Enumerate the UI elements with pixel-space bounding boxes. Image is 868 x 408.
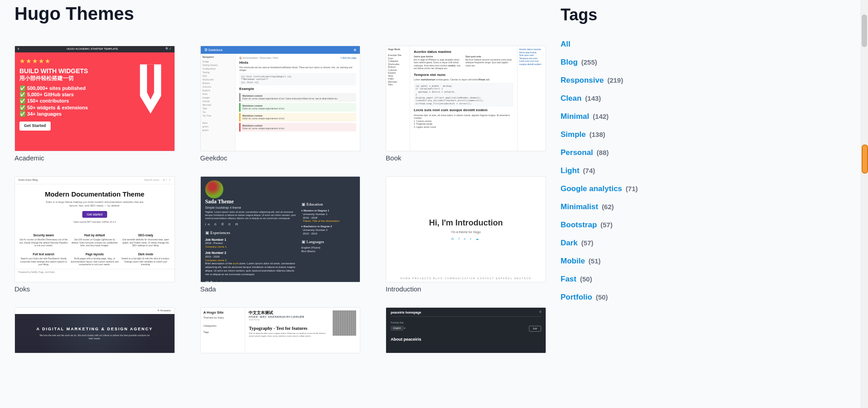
social-icons: ✉ f ⎋ t ☁ xyxy=(451,237,481,241)
tag-item[interactable]: Fast(50) xyxy=(561,270,685,288)
theme-name: Sada xyxy=(200,285,361,293)
post-image xyxy=(333,310,356,336)
tag-name: Light xyxy=(561,166,580,175)
tag-count: (255) xyxy=(581,58,597,66)
theme-thumbnail: Hi, I'm Introduction I'm a theme for Hug… xyxy=(386,176,546,282)
thumb-brand: ✈ Airspace xyxy=(157,309,171,313)
tag-item[interactable]: Responsive(219) xyxy=(561,71,685,89)
tag-count: (57) xyxy=(581,239,594,247)
theme-thumbnail: ⦿ Geekdocs ⚙ Navigation UsageGetting Sta… xyxy=(200,46,361,151)
tag-item[interactable]: Minimal(142) xyxy=(561,108,685,126)
theme-card-diary[interactable]: A Hugo Site Themed by Diary. Categories … xyxy=(200,307,361,353)
tag-count: (50) xyxy=(580,275,592,283)
tag-item[interactable]: Personal(88) xyxy=(561,144,685,162)
theme-card-sada[interactable]: Sada Theme Simple bootstrap 4 theme Tagl… xyxy=(200,176,361,292)
thumb-cta-button: Get Started xyxy=(19,122,51,131)
page-title: Hugo Themes xyxy=(14,4,546,24)
tag-count: (74) xyxy=(583,167,595,174)
tag-count: (138) xyxy=(590,131,605,138)
tag-name: Google analytics xyxy=(561,184,622,193)
tag-item[interactable]: Dark(57) xyxy=(561,234,685,252)
tag-name: All xyxy=(561,40,571,49)
tag-count: (62) xyxy=(602,203,614,211)
tag-count: (143) xyxy=(585,94,601,102)
tag-item[interactable]: All xyxy=(561,35,685,53)
tag-name: Bootstrap xyxy=(561,220,597,230)
tag-count: (219) xyxy=(607,76,623,84)
vertical-scrollbar[interactable] xyxy=(861,0,868,368)
tag-count: (142) xyxy=(593,113,609,120)
sidebar-title: Tags xyxy=(561,5,685,24)
menu-icon: ≡ xyxy=(18,47,19,51)
theme-card-geekdoc[interactable]: ⦿ Geekdocs ⚙ Navigation UsageGetting Sta… xyxy=(200,46,361,162)
tag-name: Minimal xyxy=(561,112,589,121)
tag-name: Clean xyxy=(561,94,581,103)
theme-card-academic[interactable]: ≡ HUGO ACADEMIC STARTER TEMPLATE 🔍 ☾ ★★★… xyxy=(14,46,175,162)
tag-item[interactable]: Bootstrap(57) xyxy=(561,216,685,234)
pencil-logo-icon xyxy=(133,64,168,114)
theme-thumbnail: Doks Docs Blog Search docs... ⊚ ☾ ⎋ Mode… xyxy=(14,176,175,282)
tag-name: Personal xyxy=(561,148,593,157)
tag-item[interactable]: Mobile(51) xyxy=(561,252,685,270)
menu-icon: ≡ xyxy=(539,310,541,314)
scrollbar-thumb[interactable] xyxy=(862,14,867,47)
tag-item[interactable]: Minimalist(62) xyxy=(561,198,685,216)
tag-name: Fast xyxy=(561,275,576,284)
tag-name: Blog xyxy=(561,58,578,67)
tag-name: Minimalist xyxy=(561,202,598,211)
theme-name: Academic xyxy=(14,154,175,162)
theme-name: Book xyxy=(386,154,546,162)
tag-item[interactable]: Clean(143) xyxy=(561,89,685,108)
scrollbar-thumb-active[interactable] xyxy=(862,145,868,174)
themes-grid: ≡ HUGO ACADEMIC STARTER TEMPLATE 🔍 ☾ ★★★… xyxy=(14,46,546,353)
theme-card-book[interactable]: Hugo Book Example SiteDocsCollapsedShort… xyxy=(386,46,546,162)
theme-name: Geekdoc xyxy=(200,154,361,162)
tag-count: (51) xyxy=(589,257,601,265)
tag-item[interactable]: Simple(138) xyxy=(561,126,685,144)
tag-name: Responsive xyxy=(561,76,604,85)
theme-thumbnail: A Hugo Site Themed by Diary. Categories … xyxy=(200,307,361,353)
thumb-topbar-title: HUGO ACADEMIC STARTER TEMPLATE xyxy=(67,47,118,51)
tag-count: (57) xyxy=(600,221,613,229)
theme-card-iris[interactable]: peaceiris homepage≡ Portfolio Site Engli… xyxy=(386,307,546,353)
theme-name: Doks xyxy=(14,285,175,293)
theme-thumbnail: ≡ HUGO ACADEMIC STARTER TEMPLATE 🔍 ☾ ★★★… xyxy=(14,46,175,151)
thumb-cta-button: Get started xyxy=(82,211,107,218)
theme-name: Introduction xyxy=(386,285,546,293)
thumb-brand: ⦿ Geekdocs xyxy=(204,48,222,52)
social-icons: in ⎋ ® ⌘ R xyxy=(205,222,297,227)
tag-count: (50) xyxy=(596,293,608,301)
tags-sidebar: Tags AllBlog(255)Responsive(219)Clean(14… xyxy=(561,0,696,368)
theme-card-airspace[interactable]: ✈ Airspace A DIGITAL MARKETING & DESIGN … xyxy=(14,307,175,353)
tag-name: Portfolio xyxy=(561,293,592,302)
theme-thumbnail: Sada Theme Simple bootstrap 4 theme Tagl… xyxy=(200,176,361,282)
tag-name: Dark xyxy=(561,239,578,248)
tag-item[interactable]: Google analytics(71) xyxy=(561,180,685,198)
search-and-moon-icon: 🔍 ☾ xyxy=(165,47,172,51)
tag-name: Mobile xyxy=(561,257,585,266)
tag-count: (71) xyxy=(626,185,638,192)
tag-count: (88) xyxy=(597,149,609,156)
theme-card-introduction[interactable]: Hi, I'm Introduction I'm a theme for Hug… xyxy=(386,176,546,292)
theme-thumbnail: peaceiris homepage≡ Portfolio Site Engli… xyxy=(386,307,546,353)
theme-thumbnail: Hugo Book Example SiteDocsCollapsedShort… xyxy=(386,46,546,151)
tag-list: AllBlog(255)Responsive(219)Clean(143)Min… xyxy=(561,35,685,306)
tag-item[interactable]: Portfolio(50) xyxy=(561,288,685,306)
tag-item[interactable]: Blog(255) xyxy=(561,53,685,71)
gear-icon: ⚙ xyxy=(354,48,356,52)
theme-card-doks[interactable]: Doks Docs Blog Search docs... ⊚ ☾ ⎋ Mode… xyxy=(14,176,175,292)
tag-item[interactable]: Light(74) xyxy=(561,162,685,180)
theme-thumbnail: ✈ Airspace A DIGITAL MARKETING & DESIGN … xyxy=(14,307,175,353)
avatar-icon xyxy=(205,180,223,198)
tag-name: Simple xyxy=(561,130,586,139)
